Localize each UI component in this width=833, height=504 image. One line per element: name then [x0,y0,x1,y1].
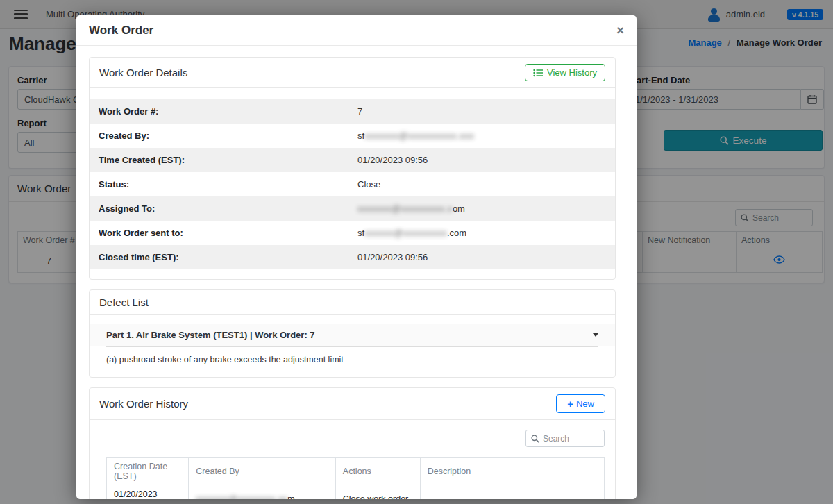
modal-title: Work Order [89,24,153,37]
defect-item-title: Part 1. Air Brake System (TEST1) | Work … [106,330,315,340]
col-description: Description [420,458,604,485]
detail-row-status: Status: Close [90,172,615,196]
search-icon [531,435,539,443]
defect-list-title: Defect List [99,296,149,308]
modal-header: Work Order × [76,15,637,46]
work-order-details-card: Work Order Details View History Work Ord… [89,57,616,280]
chevron-down-icon [593,333,598,337]
history-row: 01/20/2023 10:04 xxxxxxx@xxxxxxxx.xxm Cl… [107,485,605,500]
defect-list-card: Defect List Part 1. Air Brake System (TE… [89,289,616,378]
detail-row-work-order-number: Work Order #: 7 [90,99,615,124]
detail-row-assigned-to: Assigned To: xxxxxxx@xxxxxxxxx.xom [90,196,615,221]
list-icon [533,69,543,77]
detail-row-sent-to: Work Order sent to: sfxxxxxx@xxxxxxxxx.c… [90,221,615,245]
col-created-by: Created By [189,458,336,485]
defect-accordion-header[interactable]: Part 1. Air Brake System (TEST1) | Work … [90,324,615,346]
detail-row-created-by: Created By: sfxxxxxxx@xxxxxxxxxx.xxx [90,124,615,148]
detail-row-time-created: Time Created (EST): 01/20/2023 09:56 [90,148,615,172]
close-icon[interactable]: × [616,24,624,37]
history-table: Creation Date (EST) Created By Actions D… [106,457,605,499]
details-table: Work Order #: 7 Created By: sfxxxxxxx@xx… [90,88,615,279]
redacted-email: xxxxxxx@xxxxxxxx.xx [196,494,287,499]
details-card-title: Work Order Details [99,67,187,78]
view-history-button[interactable]: View History [525,64,605,81]
redacted-email: xxxxxxx@xxxxxxxxxx.xxx [364,131,474,141]
history-search[interactable] [525,430,605,447]
work-order-modal: Work Order × Work Order Details View His… [76,15,637,499]
new-button[interactable]: + New [556,394,605,413]
defect-item-description: (a) pushroad stroke of any brake exceeds… [90,347,615,377]
history-search-input[interactable] [543,434,591,444]
redacted-email: xxxxxx@xxxxxxxxx [364,228,447,238]
work-order-history-card: Work Order History + New Creation Date (… [89,387,616,499]
col-actions: Actions [335,458,420,485]
history-card-title: Work Order History [99,398,188,410]
redacted-email: xxxxxxx@xxxxxxxxx.x [357,203,453,214]
col-creation-date: Creation Date (EST) [107,458,189,485]
plus-icon: + [567,398,573,410]
detail-row-closed-time: Closed time (EST): 01/20/2023 09:56 [90,245,615,269]
